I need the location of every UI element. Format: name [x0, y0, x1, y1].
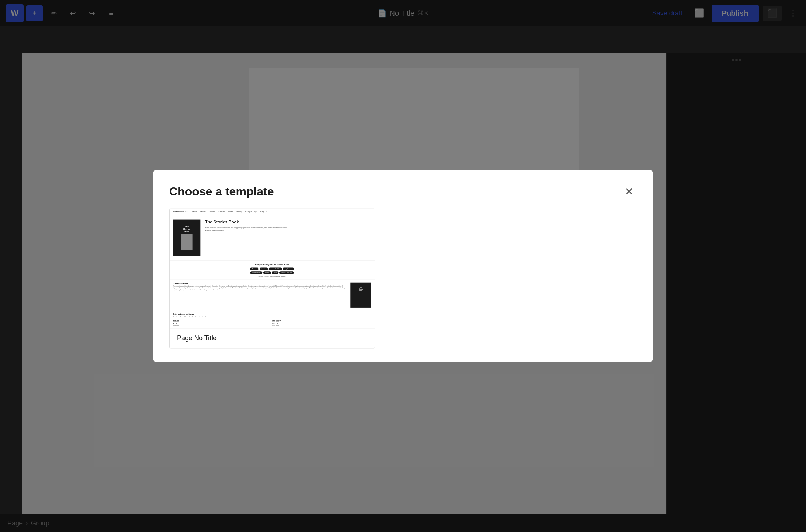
- preview-buy-btn-amazon: Amazon: [250, 267, 259, 270]
- preview-nav-link-2: About: [200, 211, 206, 213]
- preview-about-heading: About the book: [173, 283, 348, 285]
- preview-buy-btn-bookshop: Bookshop.org: [250, 271, 262, 274]
- preview-buy-btn-bam: B&M: [272, 271, 278, 274]
- preview-hero: TheStoriesBook The Stories Book A fine c…: [170, 215, 375, 260]
- preview-intl-link: international editions.: [272, 275, 285, 277]
- modal-header: Choose a template ✕: [153, 170, 653, 208]
- preview-book-cover: TheStoriesBook: [173, 220, 200, 256]
- preview-about-book-image: TheStoriesBook: [350, 283, 371, 308]
- preview-intl-description: The Stories Book will be available from …: [173, 316, 371, 318]
- preview-buy-section: Buy your copy of The Stories Book Amazon…: [170, 260, 375, 279]
- preview-buy-btn-apple: Apple Books: [283, 267, 294, 270]
- modal-title: Choose a template: [169, 185, 274, 198]
- preview-buy-buttons: Amazon Audible Barnes & Noble Apple Book…: [173, 267, 371, 270]
- preview-nav-link-3: Careers: [208, 211, 215, 213]
- preview-buy-btn-audible: Audible: [260, 267, 268, 270]
- preview-international-section: International editions The Stories Book …: [170, 310, 375, 328]
- preview-intl-brazil: Brazil Book Store: [173, 323, 272, 326]
- preview-about-text: About the book This exquisite compilatio…: [173, 283, 348, 308]
- modal-close-button[interactable]: ✕: [621, 183, 637, 200]
- preview-hero-heading: The Stories Book: [205, 220, 371, 224]
- preview-about-body: This exquisite compilation showcases a d…: [173, 285, 348, 291]
- preview-about-section: About the book This exquisite compilatio…: [170, 280, 375, 310]
- modal-content: WordPress 6.7 About About Careers Contac…: [153, 208, 653, 362]
- preview-nav-link-5: Home: [228, 211, 233, 213]
- preview-outside-text: Outside Europe? View international editi…: [173, 275, 371, 277]
- preview-buy-title: Buy your copy of The Stories Book: [173, 263, 371, 266]
- preview-buy-buttons-2: Bookshop.org Spotify B&M Simon & Schuste…: [173, 271, 371, 274]
- preview-nav: WordPress 6.7 About About Careers Contac…: [170, 209, 375, 215]
- template-preview: WordPress 6.7 About About Careers Contac…: [170, 209, 375, 328]
- template-card[interactable]: WordPress 6.7 About About Careers Contac…: [169, 208, 375, 348]
- preview-intl-grid: Australia Book Store New Zealand Book St…: [173, 320, 371, 326]
- preview-nav-link-7: Sample Page: [245, 211, 258, 213]
- preview-buy-btn-spotify: Spotify: [263, 271, 271, 274]
- preview-buy-btn-bn: Barnes & Noble: [269, 267, 282, 270]
- preview-nav-brand: WordPress 6.7: [173, 211, 188, 213]
- preview-nav-link-6: Pricing: [236, 211, 242, 213]
- preview-buy-btn-simon: Simon & Schuster: [279, 271, 294, 274]
- preview-nav-link-8: Why Us: [260, 211, 268, 213]
- choose-template-modal: Choose a template ✕ WordPress 6.7 About …: [153, 170, 653, 362]
- preview-book-title: TheStoriesBook: [181, 226, 193, 233]
- preview-inner: WordPress 6.7 About About Careers Contac…: [170, 209, 375, 328]
- preview-intl-newzealand: New Zealand Book Store: [272, 320, 371, 322]
- preview-hero-text: The Stories Book A fine collection of mo…: [205, 220, 371, 231]
- preview-intl-australia: Australia Book Store: [173, 320, 272, 322]
- preview-hero-availability: Available for pre-order now.: [205, 230, 371, 231]
- preview-bust-image: [181, 234, 193, 250]
- preview-nav-link-4: Contact: [218, 211, 225, 213]
- preview-intl-heading: International editions: [173, 313, 371, 315]
- preview-hero-description: A fine collection of moments in time fea…: [205, 226, 371, 229]
- template-card-label: Page No Title: [170, 329, 375, 348]
- preview-nav-link-1: About: [192, 211, 197, 213]
- preview-intl-switzerland: Switzerland Book Store: [272, 323, 371, 326]
